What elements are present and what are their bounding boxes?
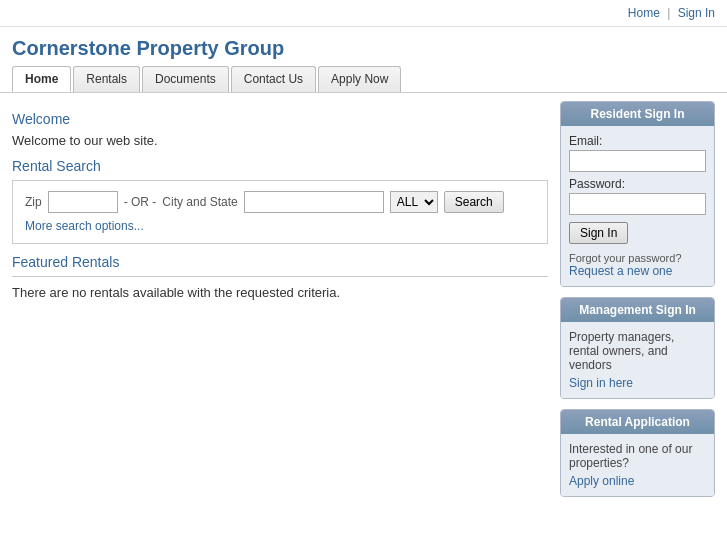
sidebar: Resident Sign In Email: Password: Sign I… <box>560 101 715 507</box>
request-new-password-link[interactable]: Request a new one <box>569 264 706 278</box>
all-select[interactable]: ALL <box>390 191 438 213</box>
zip-input[interactable] <box>48 191 118 213</box>
content-wrapper: Welcome Welcome to our web site. Rental … <box>0 93 727 515</box>
tab-rentals[interactable]: Rentals <box>73 66 140 92</box>
welcome-section: Welcome Welcome to our web site. <box>12 111 548 148</box>
more-options-link[interactable]: More search options... <box>25 219 535 233</box>
nav-separator: | <box>667 6 670 20</box>
management-panel-header: Management Sign In <box>561 298 714 322</box>
resident-panel-header: Resident Sign In <box>561 102 714 126</box>
main-content: Welcome Welcome to our web site. Rental … <box>12 101 548 507</box>
email-label: Email: <box>569 134 706 148</box>
home-link[interactable]: Home <box>628 6 660 20</box>
management-signin-link[interactable]: Sign in here <box>569 376 706 390</box>
main-navigation: Home Rentals Documents Contact Us Apply … <box>0 66 727 93</box>
tab-contact[interactable]: Contact Us <box>231 66 316 92</box>
email-input[interactable] <box>569 150 706 172</box>
city-state-label: City and State <box>162 195 237 209</box>
welcome-heading: Welcome <box>12 111 548 127</box>
rental-search-box: Zip - OR - City and State ALL Search Mor… <box>12 180 548 244</box>
management-signin-panel: Management Sign In Property managers, re… <box>560 297 715 399</box>
application-panel-header: Rental Application <box>561 410 714 434</box>
forgot-password-text: Forgot your password? <box>569 252 706 264</box>
tab-apply[interactable]: Apply Now <box>318 66 401 92</box>
sign-in-button[interactable]: Sign In <box>569 222 628 244</box>
apply-online-link[interactable]: Apply online <box>569 474 706 488</box>
password-label: Password: <box>569 177 706 191</box>
rental-search-section: Rental Search Zip - OR - City and State … <box>12 158 548 244</box>
site-title: Cornerstone Property Group <box>12 37 284 59</box>
search-row: Zip - OR - City and State ALL Search <box>25 191 535 213</box>
zip-label: Zip <box>25 195 42 209</box>
application-body-text: Interested in one of our properties? <box>569 442 706 470</box>
or-label: - OR - <box>124 195 157 209</box>
rental-search-heading: Rental Search <box>12 158 548 174</box>
password-input[interactable] <box>569 193 706 215</box>
featured-rentals-heading: Featured Rentals <box>12 254 548 270</box>
site-header: Cornerstone Property Group <box>0 27 727 66</box>
featured-rentals-section: Featured Rentals There are no rentals av… <box>12 254 548 300</box>
resident-panel-body: Email: Password: Sign In Forgot your pas… <box>561 126 714 286</box>
no-rentals-text: There are no rentals available with the … <box>12 285 548 300</box>
search-button[interactable]: Search <box>444 191 504 213</box>
resident-signin-panel: Resident Sign In Email: Password: Sign I… <box>560 101 715 287</box>
rental-application-panel: Rental Application Interested in one of … <box>560 409 715 497</box>
tab-documents[interactable]: Documents <box>142 66 229 92</box>
sign-in-link[interactable]: Sign In <box>678 6 715 20</box>
welcome-text: Welcome to our web site. <box>12 133 548 148</box>
city-state-input[interactable] <box>244 191 384 213</box>
featured-divider <box>12 276 548 277</box>
top-navigation: Home | Sign In <box>0 0 727 27</box>
management-body-text: Property managers, rental owners, and ve… <box>569 330 706 372</box>
management-panel-body: Property managers, rental owners, and ve… <box>561 322 714 398</box>
application-panel-body: Interested in one of our properties? App… <box>561 434 714 496</box>
tab-home[interactable]: Home <box>12 66 71 92</box>
